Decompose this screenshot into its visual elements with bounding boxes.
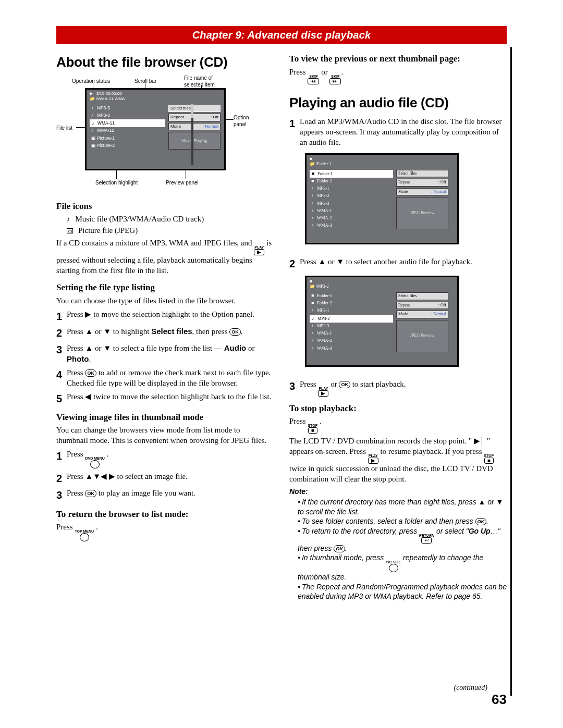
label-preview-panel: Preview panel xyxy=(166,179,199,186)
subheading-return-list: To return the browser to list mode: xyxy=(56,509,274,520)
file-browser-screen-a: ■📁 /Folder-1 ■Folder-1■Folder-2♪MP3-1♪MP… xyxy=(305,153,461,250)
list-item: ♪WMA-2 xyxy=(310,215,393,222)
paragraph-stop-press: Press STOP■ . xyxy=(289,416,507,434)
file-icons-legend: ♪Music file (MP3/WMA/Audio CD track) Pic… xyxy=(56,214,274,236)
r-step-2: 2Press ▲ or ▼ to select another audio fi… xyxy=(289,257,507,270)
paragraph-mixed-cd: If a CD contains a mixture of MP3, WMA a… xyxy=(56,238,274,276)
play-button-icon: PLAY▶ xyxy=(368,454,378,464)
label-option-panel: Option panel xyxy=(234,114,254,128)
stop-button-icon: STOP■ xyxy=(308,424,317,434)
list-item: ♪MP3-1 xyxy=(310,307,393,314)
manual-page: Chapter 9: Advanced disc playback About … xyxy=(0,0,563,728)
list-item: ■Folder-1 xyxy=(310,170,393,178)
paragraph-stop-point: The LCD TV / DVD combination records the… xyxy=(289,436,507,484)
file-browser-diagram: Operation status Scroll bar File name of… xyxy=(56,78,274,192)
ok-button-icon: OK xyxy=(229,328,241,336)
picture-file-icon xyxy=(67,228,73,233)
scrollbar-mock xyxy=(191,104,193,165)
list-item: ♪MP3-2 xyxy=(310,192,393,200)
v-step-2: 2Press ▲▼◀ ▶ to select an image file. xyxy=(56,472,274,485)
picture-file-label: Picture file (JPEG) xyxy=(78,226,138,236)
option-panel: Select files Repeat: Off Mode: Normal Mu… xyxy=(168,105,221,150)
opt-select-files: Select files xyxy=(168,105,221,113)
paragraph-prev-next: Press SKIP⏮ or SKIP⏭. xyxy=(289,67,507,84)
file-browser-screen-b: ■📁 /MP3-2 ■Folder-1■Folder-2♪MP3-1♪MP3-2… xyxy=(305,276,461,372)
status-text: 3/15 00:00:00 xyxy=(96,91,122,96)
left-column: About the file browser (CD) Operation st… xyxy=(56,51,274,602)
pic-size-button-icon: PIC SIZE xyxy=(386,560,401,572)
chapter-band: Chapter 9: Advanced disc playback xyxy=(56,26,507,44)
list-item: ■Folder-1 xyxy=(310,292,393,300)
paragraph-viewing: You can change the browsers view mode fr… xyxy=(56,425,274,446)
subheading-file-icons: File icons xyxy=(56,201,274,212)
list-item: ♪WMA-12 xyxy=(90,127,165,134)
top-menu-button-icon: TOP MENU xyxy=(75,529,94,541)
section-heading: About the file browser (CD) xyxy=(56,53,274,71)
file-list: ♪MP3-5♪MP3-6♪WMA-11♪WMA-12▣Picture-1▣Pic… xyxy=(90,105,165,150)
note-item: In thumbnail mode, press PIC SIZE repeat… xyxy=(298,553,507,582)
list-item: ♪MP3-3 xyxy=(310,200,393,207)
opt-repeat: Repeat: Off xyxy=(168,114,221,121)
continued-label: (continued) xyxy=(454,683,487,693)
note-item: If the current directory has more than e… xyxy=(298,497,507,516)
ok-button-icon: OK xyxy=(475,518,487,525)
step-3: 3Press ▲ or ▼ to select a file type from… xyxy=(56,343,274,365)
ok-button-icon: OK xyxy=(334,545,345,552)
right-margin-rule xyxy=(510,47,512,696)
ok-button-icon: OK xyxy=(85,369,96,377)
opt-mode: Mode: Normal xyxy=(168,123,221,131)
two-column-layout: About the file browser (CD) Operation st… xyxy=(56,51,507,602)
list-item: ♪MP3-3 xyxy=(310,323,393,330)
step-4: 4Press OK to add or remove the check mar… xyxy=(56,368,274,389)
label-file-name: File name of selected item xyxy=(184,75,226,88)
dvd-menu-button-icon: DVD MENU xyxy=(85,456,104,468)
subheading-prev-next-thumb: To view the previous or next thumbnail p… xyxy=(289,53,507,65)
list-item: ♪WMA-3 xyxy=(310,345,393,352)
play-button-icon: PLAY▶ xyxy=(254,245,264,255)
list-item: ■Folder-2 xyxy=(310,300,393,307)
list-item: ▣Picture-2 xyxy=(90,142,165,150)
list-item: ♪MP3-6 xyxy=(90,112,165,119)
list-item: ■Folder-2 xyxy=(310,178,393,185)
return-button-icon: RETURN↩ xyxy=(419,534,434,544)
list-item: ♪WMA-3 xyxy=(310,222,393,229)
r-step-3: 3 Press PLAY▶ or OK to start playback. xyxy=(289,379,507,397)
section-heading: Playing an audio file (CD) xyxy=(289,94,507,112)
list-item: ♪MP3-5 xyxy=(90,105,165,112)
subheading-stop-playback: To stop playback: xyxy=(289,403,507,414)
label-file-list: File list xyxy=(56,125,72,131)
skip-back-button-icon: SKIP⏮ xyxy=(308,75,319,84)
list-item: ♪WMA-1 xyxy=(310,330,393,337)
subheading-viewing-thumbnails: Viewing image files in thumbnail mode xyxy=(56,412,274,423)
step-2: 2Press ▲ or ▼ to highlight Select files,… xyxy=(56,326,274,340)
music-file-icon: ♪ xyxy=(67,215,70,224)
note-item: To see folder contents, select a folder … xyxy=(298,516,507,526)
v-step-1: 1Press DVD MENU . xyxy=(56,449,274,468)
list-item: ♪WMA-2 xyxy=(310,337,393,344)
list-item: ♪WMA-1 xyxy=(310,207,393,215)
path-text: /WMA-11.WMA xyxy=(96,96,125,101)
right-column: To view the previous or next thumbnail p… xyxy=(289,51,507,602)
note-item: The Repeat and Random/Programmed playbac… xyxy=(298,582,507,601)
r-step-1: 1Load an MP3/WMA/Audio CD in the disc sl… xyxy=(289,117,507,147)
v-step-3: 3Press OK to play an image file you want… xyxy=(56,488,274,502)
label-scroll-bar: Scroll bar xyxy=(134,78,156,84)
page-number: 63 xyxy=(492,690,507,708)
label-selection-highlight: Selection highlight xyxy=(95,179,138,186)
ok-button-icon: OK xyxy=(339,381,350,388)
list-item: ▣Picture-1 xyxy=(90,135,165,142)
note-item: To return to the root directory, press R… xyxy=(298,526,507,553)
music-file-label: Music file (MP3/WMA/Audio CD track) xyxy=(76,214,204,225)
list-item: ♪MP3-1 xyxy=(310,185,393,192)
ok-button-icon: OK xyxy=(85,490,96,497)
list-item: ♪WMA-11 xyxy=(90,119,165,127)
subheading-setting-filetype: Setting the file type listing xyxy=(56,282,274,293)
stop-button-icon: STOP■ xyxy=(484,454,494,464)
list-item: ♪MP3-2 xyxy=(310,315,393,323)
note-block: Note: If the current directory has more … xyxy=(289,487,507,601)
mock-screen: ▶ 3/15 00:00:00 📁 /WMA-11.WMA ♪MP3-5♪MP3… xyxy=(85,88,226,170)
skip-fwd-button-icon: SKIP⏭ xyxy=(329,75,341,84)
label-operation-status: Operation status xyxy=(72,78,110,84)
resume-mark-icon: ▶│ xyxy=(474,436,485,445)
step-1: 1Press ▶ to move the selection highlight… xyxy=(56,310,274,323)
